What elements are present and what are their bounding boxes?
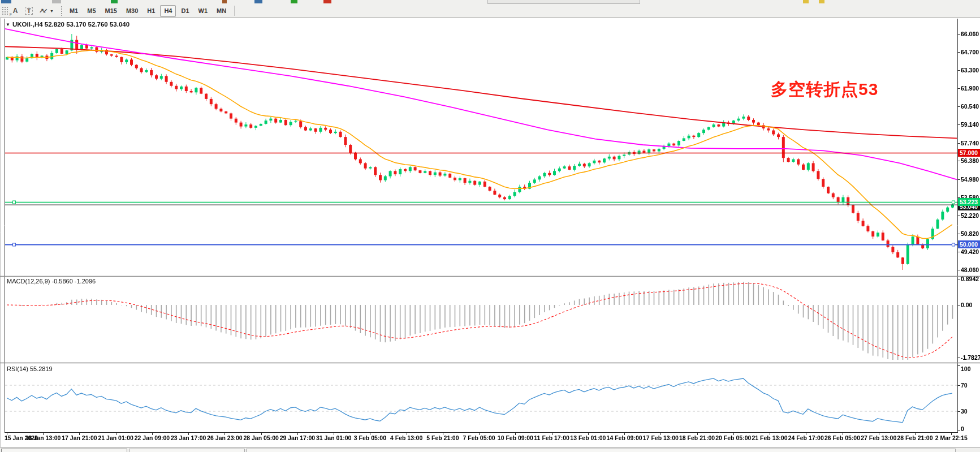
arrows-tool-button[interactable]: ↗↙ — [36, 5, 49, 17]
toolbar-grip-icon[interactable]: F — [2, 6, 8, 15]
bottom-tab[interactable] — [1, 449, 127, 452]
timeframe-button-mn[interactable]: MN — [213, 5, 230, 17]
timeframe-button-h1[interactable]: H1 — [143, 5, 159, 17]
toolbar-grip-icon[interactable] — [61, 6, 63, 16]
cutoff-toolbar-icon — [111, 0, 118, 3]
cutoff-toolbar-icon — [323, 0, 331, 3]
toolbar-separator — [234, 6, 235, 16]
cutoff-toolbar-icon — [222, 0, 227, 3]
bottom-tab-strip-cutoff — [0, 447, 980, 452]
timeframe-button-m1[interactable]: M1 — [66, 5, 82, 17]
chevron-down-icon[interactable]: ▼ — [50, 9, 54, 13]
cutoff-toolbar-icon — [819, 0, 824, 3]
cutoff-toolbar-icon — [291, 0, 297, 3]
timeframe-button-d1[interactable]: D1 — [177, 5, 193, 17]
chart-toolbar: F A T ↗↙ ▼ M1M5M15M30H1H4D1W1MN — [0, 4, 980, 18]
toolbar-top-cutoff-strip — [0, 0, 980, 4]
timeframe-button-m5[interactable]: M5 — [83, 5, 100, 17]
cutoff-toolbar-icon — [52, 0, 61, 3]
price-chart-canvas[interactable] — [0, 0, 980, 452]
timeframe-button-w1[interactable]: W1 — [195, 5, 212, 17]
cutoff-toolbar-icon — [1, 0, 11, 3]
bottom-tab[interactable] — [129, 449, 245, 452]
timeframe-button-h4[interactable]: H4 — [160, 5, 176, 17]
trading-platform-window: F A T ↗↙ ▼ M1M5M15M30H1H4D1W1MN ▼UKOil-,… — [0, 0, 980, 452]
cutoff-toolbar-icon — [803, 0, 809, 3]
timeframe-button-m15[interactable]: M15 — [101, 5, 121, 17]
cutoff-toolbar-group — [487, 0, 640, 4]
timeframe-button-m30[interactable]: M30 — [122, 5, 142, 17]
cutoff-toolbar-icon — [254, 0, 262, 3]
text-tool-button[interactable]: T — [23, 5, 35, 17]
bottom-panel-edge — [246, 449, 956, 452]
